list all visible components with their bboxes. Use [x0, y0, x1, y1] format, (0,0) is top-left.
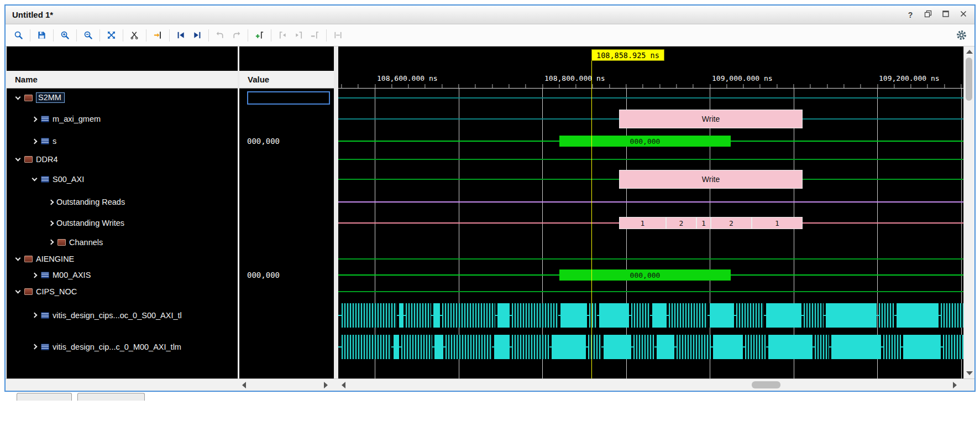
bottom-tab[interactable] — [17, 393, 72, 401]
bus-value-segment: Write — [619, 170, 803, 189]
next-marker-button[interactable] — [291, 28, 306, 43]
previous-marker-button[interactable] — [275, 28, 290, 43]
values-scroll-right-icon[interactable] — [324, 382, 328, 388]
bus-activity-segment — [406, 303, 431, 328]
signal-row[interactable]: Channels — [7, 234, 238, 251]
time-ruler[interactable]: 108,600.000 ns108,800.000 ns109,000.000 … — [338, 71, 963, 89]
zoom-out-button[interactable] — [81, 28, 96, 43]
waveform-panel[interactable]: 108,858.925 ns 108,600.000 ns108,800.000… — [338, 46, 963, 378]
chevron-right-icon[interactable] — [29, 273, 40, 277]
signal-value[interactable] — [239, 212, 334, 234]
cursor-line[interactable] — [591, 61, 592, 378]
values-top-strip — [239, 46, 334, 71]
help-button[interactable]: ? — [906, 11, 915, 19]
panel-divider[interactable] — [334, 46, 338, 378]
signal-row[interactable]: DDR4 — [7, 151, 238, 167]
bus-activity-segment — [497, 303, 510, 328]
scroll-down-icon[interactable] — [966, 371, 973, 375]
toolbar-separator — [99, 29, 100, 42]
bus-activity-segment — [552, 335, 586, 359]
wave-scroll-thumb[interactable] — [752, 381, 780, 388]
signal-row[interactable]: s — [7, 131, 238, 151]
signal-value[interactable] — [239, 283, 334, 299]
vertical-scrollbar[interactable] — [963, 46, 974, 378]
zoom-in-button[interactable] — [57, 28, 72, 43]
waveform-rows[interactable]: Write000,000Write12121000,000 — [338, 89, 963, 378]
remove-marker-button[interactable] — [307, 28, 322, 43]
signal-value[interactable]: 000,000 — [239, 131, 334, 151]
signal-value[interactable]: 000,000 — [239, 267, 334, 283]
chevron-down-icon[interactable] — [29, 178, 40, 180]
signal-row[interactable]: AIENGINE — [7, 251, 238, 267]
go-to-last-time-button[interactable] — [150, 28, 165, 43]
signal-tree[interactable]: S2MMm_axi_gmemsDDR4S00_AXIOutstanding Re… — [7, 89, 238, 378]
group-icon — [24, 95, 33, 101]
chevron-right-icon[interactable] — [29, 313, 40, 317]
signal-row[interactable]: Outstanding Writes — [7, 212, 238, 234]
selected-value-box[interactable] — [247, 91, 330, 105]
search-button[interactable] — [11, 28, 26, 43]
group-icon — [24, 156, 33, 163]
chevron-right-icon[interactable] — [45, 200, 56, 204]
group-icon — [57, 239, 66, 246]
signal-line — [338, 97, 963, 98]
name-column-header[interactable]: Name — [7, 71, 238, 89]
chevron-right-icon[interactable] — [29, 345, 40, 349]
main-area: Name S2MMm_axi_gmemsDDR4S00_AXIOutstandi… — [6, 46, 974, 378]
bottom-tab[interactable] — [77, 393, 145, 401]
signal-row[interactable]: vitis_design_cip...c_0_M00_AXI_tlm — [7, 331, 238, 362]
signal-value[interactable] — [239, 234, 334, 251]
signal-row[interactable]: S2MM — [7, 89, 238, 107]
signal-row[interactable]: M00_AXIS — [7, 267, 238, 283]
chevron-right-icon[interactable] — [29, 139, 40, 143]
chevron-right-icon[interactable] — [45, 240, 56, 244]
previous-transition-button[interactable] — [174, 28, 188, 43]
signal-row[interactable]: Outstanding Reads — [7, 191, 238, 212]
scroll-up-icon[interactable] — [966, 50, 973, 54]
values-scroll-left-icon[interactable] — [242, 382, 246, 388]
settings-button[interactable] — [954, 28, 969, 43]
bus-icon — [41, 312, 49, 319]
wave-row — [338, 234, 963, 251]
wave-scroll-right-icon[interactable] — [953, 382, 957, 388]
chevron-right-icon[interactable] — [45, 221, 56, 225]
swap-markers-button[interactable] — [331, 28, 345, 43]
undo-button[interactable] — [213, 28, 228, 43]
signal-value[interactable] — [239, 167, 334, 191]
close-icon — [960, 10, 967, 19]
signal-row[interactable]: m_axi_gmem — [7, 107, 238, 131]
zoom-to-cursor-button[interactable] — [127, 28, 142, 43]
titlebar[interactable]: Untitled 1* ? — [6, 6, 974, 24]
chevron-down-icon[interactable] — [12, 158, 23, 160]
signal-value[interactable] — [239, 89, 334, 107]
signal-value[interactable] — [239, 251, 334, 267]
signal-value[interactable] — [239, 191, 334, 212]
signal-value[interactable] — [239, 107, 334, 131]
chevron-down-icon[interactable] — [12, 97, 23, 99]
redo-button[interactable] — [229, 28, 244, 43]
cursor-time-label[interactable]: 108,858.925 ns — [591, 49, 664, 61]
save-button[interactable] — [34, 28, 49, 43]
add-marker-button[interactable] — [252, 28, 267, 43]
maximize-button[interactable] — [941, 11, 950, 19]
signal-row[interactable]: CIPS_NOC — [7, 283, 238, 299]
bus-activity-segment — [633, 335, 654, 359]
signal-row[interactable]: vitis_design_cips...oc_0_S00_AXI_tl — [7, 299, 238, 331]
value-list[interactable]: 000,000000,000 — [239, 89, 334, 378]
restore-button[interactable] — [924, 11, 932, 19]
next-transition-button[interactable] — [190, 28, 205, 43]
wave-scroll-left-icon[interactable] — [342, 382, 345, 388]
signal-value[interactable] — [239, 331, 334, 362]
signal-row[interactable]: S00_AXI — [7, 167, 238, 191]
signal-value[interactable] — [239, 299, 334, 331]
values-panel: Value 000,000000,000 — [239, 46, 334, 378]
close-button[interactable] — [959, 11, 968, 19]
chevron-down-icon[interactable] — [12, 291, 23, 293]
zoom-fit-button[interactable] — [104, 28, 119, 43]
chevron-right-icon[interactable] — [29, 117, 40, 121]
bus-activity-segment — [394, 335, 399, 359]
vertical-scroll-thumb[interactable] — [966, 58, 972, 101]
signal-value[interactable] — [239, 151, 334, 167]
value-column-header[interactable]: Value — [239, 71, 334, 89]
chevron-down-icon[interactable] — [12, 258, 23, 260]
